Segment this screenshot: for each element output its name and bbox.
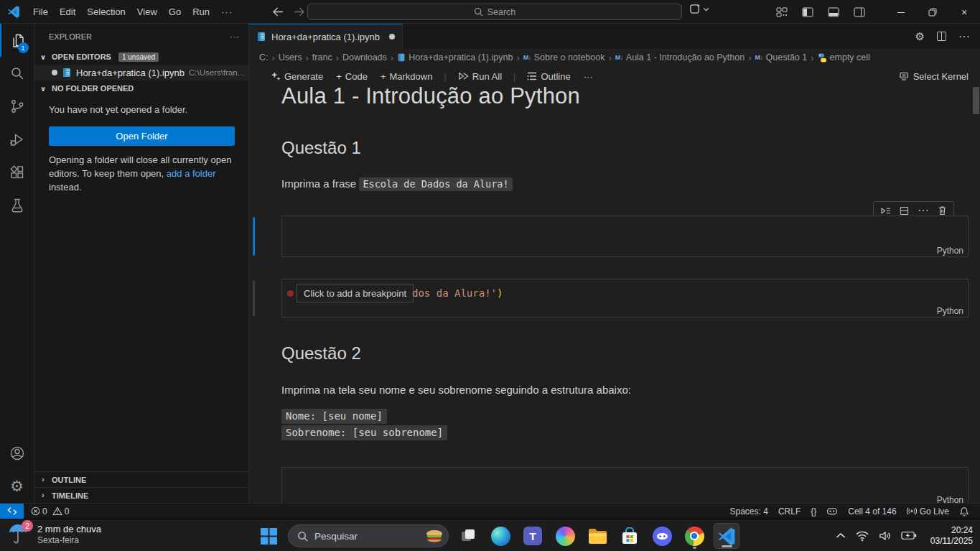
copilot-status-icon[interactable] — [821, 504, 843, 519]
cell-focus-indicator[interactable] — [253, 280, 255, 316]
taskbar-search-box[interactable]: Pesquisar — [288, 524, 449, 547]
activity-source-control[interactable] — [0, 90, 34, 123]
run-all-button[interactable]: Run All — [454, 71, 506, 82]
indent-indicator[interactable]: Spaces: 4 — [725, 504, 773, 519]
menu-more-icon[interactable]: ··· — [215, 6, 238, 17]
split-editor-icon[interactable] — [936, 31, 947, 42]
editor-scrollbar[interactable] — [973, 87, 979, 114]
customize-layout-icon[interactable] — [776, 6, 788, 18]
toggle-primary-sidebar-icon[interactable] — [802, 6, 813, 18]
eol-indicator[interactable]: CRLF — [773, 504, 806, 519]
add-folder-link[interactable]: add a folder — [167, 168, 216, 179]
toggle-panel-icon[interactable] — [828, 6, 839, 18]
breadcrumb-item[interactable]: C: — [259, 52, 269, 62]
toolbar-separator: | — [510, 71, 518, 82]
notifications-bell-icon[interactable] — [954, 504, 974, 519]
wifi-icon[interactable] — [855, 530, 869, 542]
breadcrumb-item[interactable]: Downloads — [342, 52, 387, 62]
code-text[interactable]: dos da Alura!') — [412, 287, 503, 299]
outline-button[interactable]: Outline — [523, 71, 574, 82]
language-brackets-indicator[interactable]: {} — [806, 504, 821, 519]
open-editors-section[interactable]: ∨ OPEN EDITORS 1 unsaved — [34, 49, 248, 65]
breadcrumb-item-markdown[interactable]: M↓ Aula 1 - Introdução ao Python — [615, 52, 745, 62]
command-center-search[interactable]: Search — [307, 4, 682, 20]
close-button[interactable]: × — [948, 0, 980, 24]
restore-button[interactable] — [917, 0, 948, 24]
breakpoint-dot-icon[interactable] — [287, 290, 294, 297]
open-folder-button[interactable]: Open Folder — [49, 126, 235, 146]
activity-search[interactable] — [0, 57, 34, 90]
open-editor-item[interactable]: Hora+da+pratica (1).ipynb C:\Users\fran.… — [34, 65, 248, 80]
tray-chevron-up-icon[interactable] — [836, 532, 846, 539]
activity-run-debug[interactable] — [0, 123, 34, 156]
breadcrumb-item-markdown[interactable]: M↓ Sobre o notebook — [523, 52, 605, 62]
microsoft-store-icon[interactable] — [617, 523, 643, 549]
nav-forward-icon[interactable] — [294, 7, 304, 17]
search-highlight-sandwich-icon[interactable] — [425, 529, 444, 543]
notebook-settings-gear-icon[interactable]: ⚙ — [915, 30, 925, 43]
editor-more-actions-icon[interactable]: ··· — [958, 30, 970, 43]
vscode-taskbar-icon[interactable] — [714, 523, 739, 549]
breadcrumb-item-file[interactable]: Hora+da+pratica (1).ipynb — [397, 52, 513, 62]
cell-language-label[interactable]: Python — [937, 246, 963, 256]
go-live-button[interactable]: Go Live — [902, 504, 954, 519]
edge-icon[interactable] — [487, 523, 513, 549]
breadcrumb-item[interactable]: Users — [279, 52, 302, 62]
add-code-cell-button[interactable]: + Code — [332, 71, 372, 82]
toggle-secondary-sidebar-icon[interactable] — [854, 6, 865, 18]
no-folder-section[interactable]: ∨ NO FOLDER OPENED — [34, 80, 248, 96]
split-cell-icon[interactable] — [900, 206, 909, 216]
activity-explorer[interactable]: 1 — [0, 24, 34, 57]
remote-indicator-button[interactable] — [0, 504, 24, 519]
tab-notebook[interactable]: Hora+da+pratica (1).ipynb — [249, 24, 403, 49]
breadcrumb-item-python-cell[interactable]: empty cell — [818, 52, 870, 62]
copilot-menu-button[interactable] — [689, 3, 709, 15]
menu-edit[interactable]: Edit — [54, 0, 81, 24]
breadcrumb-item-markdown[interactable]: M↓ Questão 1 — [755, 52, 808, 62]
problems-indicator[interactable]: 0 0 — [26, 504, 74, 519]
discord-icon[interactable] — [649, 523, 675, 549]
activity-testing[interactable] — [0, 189, 34, 222]
activity-extensions[interactable] — [0, 156, 34, 189]
volume-icon[interactable] — [879, 530, 892, 542]
code-cell-empty[interactable]: Python — [281, 467, 969, 503]
task-view-button[interactable] — [455, 523, 481, 549]
toolbar-more-icon[interactable]: ··· — [579, 71, 597, 82]
battery-charging-icon[interactable] — [901, 531, 917, 540]
select-kernel-button[interactable]: Select Kernel — [899, 71, 969, 82]
timeline-section[interactable]: › TIMELINE — [34, 487, 248, 503]
teams-icon[interactable]: T — [520, 523, 546, 549]
menu-selection[interactable]: Selection — [81, 0, 131, 24]
generate-button[interactable]: Generate — [266, 71, 327, 82]
cell-focus-indicator[interactable] — [253, 217, 255, 256]
cell-indicator[interactable]: Cell 4 of 146 — [843, 504, 901, 519]
menu-go[interactable]: Go — [163, 0, 187, 24]
delete-cell-icon[interactable] — [938, 205, 947, 216]
start-button[interactable] — [256, 523, 281, 549]
toolbar-separator: | — [441, 71, 449, 82]
breadcrumb-item[interactable]: franc — [312, 52, 332, 62]
minimize-button[interactable]: ─ — [885, 0, 917, 24]
weather-widget[interactable]: 2 2 mm de chuva Sexta-feira — [7, 522, 101, 547]
code-cell-empty[interactable]: Python — [281, 216, 969, 257]
menu-file[interactable]: File — [27, 0, 54, 24]
tab-dirty-indicator-icon[interactable] — [389, 34, 395, 40]
code-cell-print[interactable]: Click to add a breakpoint dos da Alura!'… — [281, 279, 969, 318]
copilot-icon[interactable] — [552, 523, 578, 549]
activity-account[interactable] — [0, 437, 34, 470]
menu-view[interactable]: View — [131, 0, 163, 24]
nav-back-icon[interactable] — [273, 7, 284, 17]
outline-section[interactable]: › OUTLINE — [34, 471, 248, 487]
chrome-icon[interactable] — [681, 523, 707, 549]
cell-language-label[interactable]: Python — [937, 306, 963, 316]
execute-above-icon[interactable] — [880, 206, 891, 216]
menu-run[interactable]: Run — [187, 0, 215, 24]
explorer-more-actions-icon[interactable]: ··· — [230, 32, 240, 41]
add-markdown-cell-button[interactable]: + Markdown — [376, 71, 437, 82]
activity-settings-gear-icon[interactable]: ⚙ — [0, 470, 34, 503]
taskbar-search-placeholder: Pesquisar — [314, 531, 419, 542]
dirty-indicator-icon[interactable] — [52, 70, 57, 75]
clock[interactable]: 20:24 03/11/2025 — [930, 525, 973, 547]
cell-language-label[interactable]: Python — [937, 495, 963, 503]
file-explorer-icon[interactable] — [584, 523, 610, 549]
